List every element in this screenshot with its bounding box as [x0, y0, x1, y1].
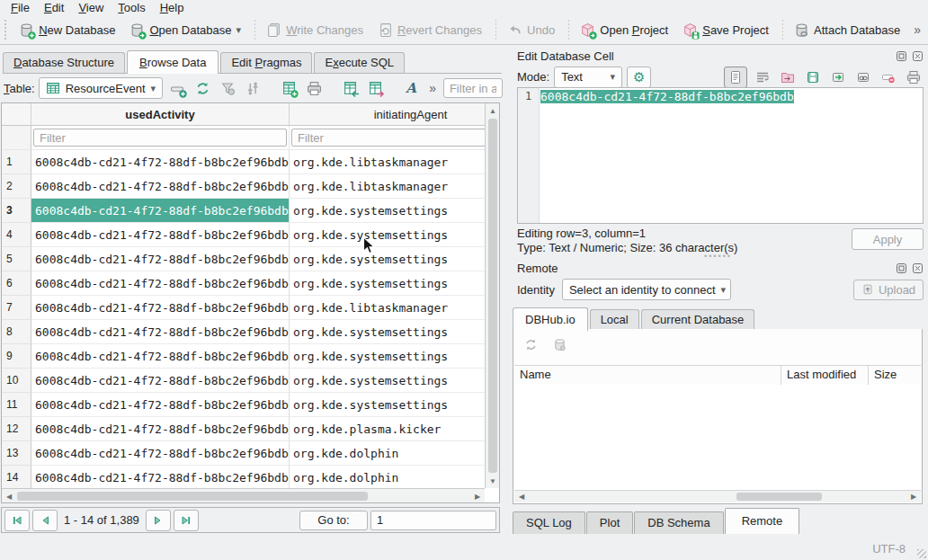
- filter-usedActivity-input[interactable]: [33, 129, 287, 147]
- first-page-button[interactable]: [4, 510, 30, 531]
- open-project-button[interactable]: Open Project: [574, 20, 674, 40]
- open-database-button[interactable]: Open Database ▾: [123, 20, 247, 40]
- encoding-selector[interactable]: UTF-8: [872, 542, 906, 556]
- word-wrap-button[interactable]: [753, 67, 772, 87]
- cell-initiatingAgent[interactable]: org.kde.systemsettings: [290, 223, 485, 247]
- menu-edit[interactable]: Edit: [37, 0, 71, 15]
- print-cell-button[interactable]: [904, 67, 924, 87]
- table-row[interactable]: 126008c4db-cd21-4f72-88df-b8bc2ef96bdbor…: [2, 417, 485, 441]
- toolbar-drag-handle[interactable]: [4, 20, 6, 40]
- cell-initiatingAgent[interactable]: org.kde.systemsettings: [290, 393, 485, 417]
- scroll-right-icon[interactable]: ▶: [906, 491, 921, 502]
- vertical-scrollbar[interactable]: ▲ ▼: [485, 103, 499, 488]
- cell-usedActivity[interactable]: 6008c4db-cd21-4f72-88df-b8bc2ef96bdb: [31, 393, 290, 417]
- cell-initiatingAgent[interactable]: org.kde.plasma.kicker: [290, 417, 485, 441]
- cell-usedActivity[interactable]: 6008c4db-cd21-4f72-88df-b8bc2ef96bdb: [31, 174, 290, 199]
- tab-remote[interactable]: Remote: [725, 508, 800, 534]
- cell-usedActivity[interactable]: 6008c4db-cd21-4f72-88df-b8bc2ef96bdb: [31, 417, 290, 441]
- row-number[interactable]: 13: [2, 441, 31, 466]
- open-database-dropdown-icon[interactable]: ▾: [236, 24, 242, 36]
- scroll-right-icon[interactable]: ▶: [470, 489, 485, 503]
- filter-any-column-input[interactable]: [443, 78, 503, 98]
- export-csv-button[interactable]: [364, 77, 386, 99]
- cell-initiatingAgent[interactable]: org.kde.libtaskmanager: [290, 296, 485, 320]
- identity-selector[interactable]: Select an identity to connect ▾: [562, 279, 731, 300]
- tab-edit-pragmas[interactable]: Edit Pragmas: [220, 52, 312, 73]
- cell-initiatingAgent[interactable]: org.kde.libtaskmanager: [290, 174, 485, 199]
- cell-initiatingAgent[interactable]: org.kde.dolphin: [290, 466, 485, 488]
- export-file-button[interactable]: [828, 67, 848, 87]
- import-file-button[interactable]: [778, 67, 798, 87]
- scroll-left-icon[interactable]: ◀: [514, 491, 529, 502]
- browse-toolbar-overflow-icon[interactable]: »: [425, 81, 440, 95]
- row-number[interactable]: 1: [2, 150, 31, 174]
- upload-button[interactable]: Upload: [853, 280, 924, 300]
- row-number[interactable]: 12: [2, 417, 31, 441]
- tab-sql-log[interactable]: SQL Log: [513, 511, 585, 534]
- cell-usedActivity[interactable]: 6008c4db-cd21-4f72-88df-b8bc2ef96bdb: [31, 271, 290, 296]
- cell-initiatingAgent[interactable]: org.kde.systemsettings: [290, 320, 485, 344]
- cell-usedActivity[interactable]: 6008c4db-cd21-4f72-88df-b8bc2ef96bdb: [31, 223, 290, 247]
- menu-view[interactable]: View: [71, 0, 111, 15]
- tab-database-structure[interactable]: Database Structure: [3, 52, 125, 73]
- horizontal-scrollbar[interactable]: ◀ ▶: [2, 488, 485, 502]
- save-project-button[interactable]: Save Project: [676, 20, 775, 40]
- table-row[interactable]: 136008c4db-cd21-4f72-88df-b8bc2ef96bdbor…: [2, 441, 485, 466]
- float-panel-icon[interactable]: [896, 50, 907, 62]
- cell-initiatingAgent[interactable]: org.kde.systemsettings: [290, 247, 485, 271]
- tab-plot[interactable]: Plot: [586, 511, 633, 534]
- resize-grip[interactable]: [917, 549, 926, 558]
- remote-refresh-button[interactable]: [521, 334, 540, 354]
- write-changes-button[interactable]: Write Changes: [260, 20, 370, 40]
- table-row[interactable]: 36008c4db-cd21-4f72-88df-b8bc2ef96bdborg…: [2, 199, 485, 223]
- corner-header[interactable]: [2, 103, 31, 126]
- row-number[interactable]: 9: [2, 344, 31, 369]
- tab-local[interactable]: Local: [590, 309, 639, 330]
- close-panel-icon[interactable]: [912, 262, 924, 274]
- scroll-down-icon[interactable]: ▼: [486, 474, 500, 488]
- import-csv-button[interactable]: [339, 77, 361, 99]
- table-row[interactable]: 106008c4db-cd21-4f72-88df-b8bc2ef96bdbor…: [2, 369, 485, 393]
- row-number[interactable]: 5: [2, 247, 31, 271]
- column-header-name[interactable]: Name: [514, 366, 781, 385]
- mode-selector[interactable]: Text ▾: [554, 67, 622, 88]
- cell-editor[interactable]: 1 6008c4db-cd21-4f72-88df-b8bc2ef96bdb: [517, 87, 924, 224]
- table-row[interactable]: 76008c4db-cd21-4f72-88df-b8bc2ef96bdborg…: [2, 296, 485, 320]
- cell-initiatingAgent[interactable]: org.kde.systemsettings: [290, 199, 485, 223]
- save-file-button[interactable]: [803, 67, 823, 87]
- tab-db-schema[interactable]: DB Schema: [634, 511, 723, 534]
- row-number[interactable]: 11: [2, 393, 31, 417]
- tab-execute-sql[interactable]: Execute SQL: [314, 52, 405, 73]
- clear-filters-button[interactable]: [217, 77, 238, 99]
- cell-initiatingAgent[interactable]: org.kde.dolphin: [290, 441, 485, 466]
- tab-browse-data[interactable]: Browse Data: [127, 50, 219, 74]
- row-number[interactable]: 3: [2, 199, 31, 223]
- remote-clone-db-button[interactable]: [549, 334, 569, 354]
- cell-usedActivity[interactable]: 6008c4db-cd21-4f72-88df-b8bc2ef96bdb: [31, 320, 290, 344]
- goto-row-input[interactable]: [370, 511, 496, 530]
- text-mode-toggle-button[interactable]: [724, 67, 747, 88]
- table-row[interactable]: 66008c4db-cd21-4f72-88df-b8bc2ef96bdborg…: [2, 271, 485, 296]
- row-number[interactable]: 4: [2, 223, 31, 247]
- scroll-up-icon[interactable]: ▲: [486, 103, 500, 118]
- tab-dbhub[interactable]: DBHub.io: [513, 307, 588, 331]
- menu-help[interactable]: Help: [153, 0, 192, 15]
- remote-horizontal-scrollbar[interactable]: ◀ ▶: [514, 490, 921, 502]
- cell-initiatingAgent[interactable]: org.kde.systemsettings: [290, 369, 485, 393]
- table-row[interactable]: 96008c4db-cd21-4f72-88df-b8bc2ef96bdborg…: [2, 344, 485, 369]
- cell-initiatingAgent[interactable]: org.kde.libtaskmanager: [290, 150, 485, 174]
- revert-changes-button[interactable]: Revert Changes: [371, 20, 488, 40]
- column-header-usedActivity[interactable]: usedActivity: [31, 103, 290, 126]
- cell-initiatingAgent[interactable]: org.kde.systemsettings: [290, 344, 485, 369]
- next-page-button[interactable]: [146, 510, 171, 531]
- attach-database-button[interactable]: Attach Database: [788, 20, 906, 40]
- previous-page-button[interactable]: [32, 510, 58, 531]
- undo-button[interactable]: Undo: [501, 20, 561, 40]
- row-number[interactable]: 8: [2, 320, 31, 344]
- cell-usedActivity[interactable]: 6008c4db-cd21-4f72-88df-b8bc2ef96bdb: [31, 369, 290, 393]
- refresh-button[interactable]: [192, 77, 213, 99]
- save-filter-button[interactable]: [242, 77, 263, 99]
- cell-usedActivity[interactable]: 6008c4db-cd21-4f72-88df-b8bc2ef96bdb: [31, 344, 290, 369]
- row-number[interactable]: 7: [2, 296, 31, 320]
- cell-usedActivity[interactable]: 6008c4db-cd21-4f72-88df-b8bc2ef96bdb: [31, 466, 290, 488]
